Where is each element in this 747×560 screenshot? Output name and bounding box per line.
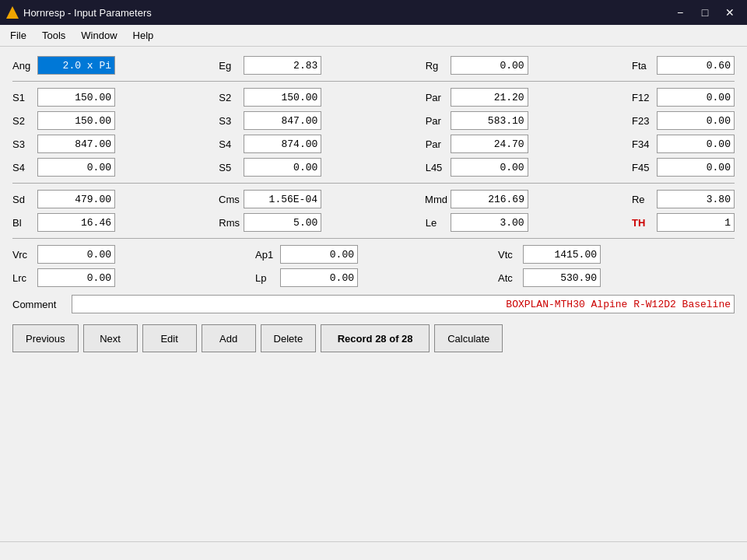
input-s2[interactable] xyxy=(37,111,115,130)
field-ap1: Ap1 xyxy=(255,245,358,264)
input-vrc[interactable] xyxy=(37,245,115,264)
input-par2[interactable] xyxy=(451,111,528,130)
field-vrc: Vrc xyxy=(12,245,115,264)
input-atc[interactable] xyxy=(523,268,601,287)
field-mmd: Mmd xyxy=(425,190,528,208)
input-f23[interactable] xyxy=(657,111,735,130)
input-rms[interactable] xyxy=(244,213,321,232)
field-ang: Ang xyxy=(12,56,115,75)
field-f12: F12 xyxy=(632,88,735,107)
field-s2: S2 xyxy=(12,111,115,130)
menu-tools[interactable]: Tools xyxy=(35,26,72,44)
label-rg: Rg xyxy=(426,60,447,72)
field-s1: S1 xyxy=(12,88,115,107)
label-mmd: Mmd xyxy=(425,194,447,205)
divider-2 xyxy=(12,183,735,184)
input-ang[interactable] xyxy=(37,56,115,75)
field-f34: F34 xyxy=(632,135,735,153)
label-s3-r2: S3 xyxy=(219,115,240,127)
menu-window[interactable]: Window xyxy=(74,26,124,44)
field-par3: Par xyxy=(426,135,528,153)
label-ang: Ang xyxy=(12,60,34,72)
add-button[interactable]: Add xyxy=(202,324,256,352)
window-controls: − □ ✕ xyxy=(669,3,741,22)
label-s3: S3 xyxy=(12,138,34,150)
field-fta: Fta xyxy=(632,56,735,75)
input-s4-r3[interactable] xyxy=(244,135,321,153)
input-vtc[interactable] xyxy=(523,245,601,264)
field-s3: S3 xyxy=(12,135,115,153)
input-le[interactable] xyxy=(451,213,528,232)
label-lrc: Lrc xyxy=(12,272,34,284)
input-th[interactable] xyxy=(657,213,735,232)
input-re[interactable] xyxy=(657,190,735,208)
label-s1: S1 xyxy=(12,92,34,103)
input-s4[interactable] xyxy=(37,158,115,177)
field-f23: F23 xyxy=(632,111,735,130)
input-cms[interactable] xyxy=(244,190,321,208)
close-button[interactable]: ✕ xyxy=(719,3,741,22)
label-f45: F45 xyxy=(632,162,654,173)
label-th: TH xyxy=(632,217,654,229)
button-row: Previous Next Edit Add Delete Record 28 … xyxy=(12,324,735,352)
input-fta[interactable] xyxy=(657,56,735,75)
comment-row: Comment xyxy=(12,295,735,313)
row-s4: S4 S5 L45 F45 xyxy=(12,158,735,177)
label-s4-r3: S4 xyxy=(219,138,240,150)
window-title: Hornresp - Input Parameters xyxy=(23,7,152,19)
minimize-button[interactable]: − xyxy=(669,3,691,22)
previous-button[interactable]: Previous xyxy=(12,324,79,352)
label-sd: Sd xyxy=(12,194,34,205)
input-comment[interactable] xyxy=(72,295,735,313)
input-mmd[interactable] xyxy=(451,190,528,208)
input-sd[interactable] xyxy=(37,190,115,208)
input-eg[interactable] xyxy=(244,56,321,75)
row-bl: Bl Rms Le TH xyxy=(12,213,735,232)
field-f45: F45 xyxy=(632,158,735,177)
field-cms: Cms xyxy=(219,190,321,208)
input-s3-r2[interactable] xyxy=(244,111,321,130)
label-re: Re xyxy=(632,194,654,205)
field-atc: Atc xyxy=(498,268,601,287)
field-par1: Par xyxy=(426,88,528,107)
input-rg[interactable] xyxy=(451,56,528,75)
delete-button[interactable]: Delete xyxy=(261,324,317,352)
input-f34[interactable] xyxy=(657,135,735,153)
menu-file[interactable]: File xyxy=(3,26,33,44)
maximize-button[interactable]: □ xyxy=(694,3,716,22)
label-s2-r1: S2 xyxy=(219,92,240,103)
input-f45[interactable] xyxy=(657,158,735,177)
input-s1[interactable] xyxy=(37,88,115,107)
field-par2: Par xyxy=(426,111,528,130)
input-f12[interactable] xyxy=(657,88,735,107)
next-button[interactable]: Next xyxy=(83,324,138,352)
label-fta: Fta xyxy=(632,60,654,72)
record-button[interactable]: Record 28 of 28 xyxy=(321,324,430,352)
field-lp: Lp xyxy=(255,268,358,287)
input-lrc[interactable] xyxy=(37,268,115,287)
row-s2: S2 S3 Par F23 xyxy=(12,111,735,130)
calculate-button[interactable]: Calculate xyxy=(434,324,503,352)
field-l45: L45 xyxy=(426,158,528,177)
input-par1[interactable] xyxy=(451,88,528,107)
status-bar xyxy=(0,541,747,560)
input-bl[interactable] xyxy=(37,213,115,232)
input-s2-r1[interactable] xyxy=(244,88,321,107)
field-lrc: Lrc xyxy=(12,268,115,287)
input-ap1[interactable] xyxy=(280,245,358,264)
divider-3 xyxy=(12,238,735,239)
field-s2-r1: S2 xyxy=(219,88,321,107)
label-vtc: Vtc xyxy=(498,249,520,261)
menu-help[interactable]: Help xyxy=(126,26,161,44)
edit-button[interactable]: Edit xyxy=(142,324,197,352)
input-par3[interactable] xyxy=(451,135,528,153)
input-l45[interactable] xyxy=(451,158,528,177)
input-s3[interactable] xyxy=(37,135,115,153)
field-s4-r3: S4 xyxy=(219,135,321,153)
input-lp[interactable] xyxy=(280,268,358,287)
row-s3: S3 S4 Par F34 xyxy=(12,135,735,153)
row-vrc: Vrc Ap1 Vtc xyxy=(12,245,735,264)
input-s5[interactable] xyxy=(244,158,321,177)
field-eg: Eg xyxy=(219,56,321,75)
row-lrc: Lrc Lp Atc xyxy=(12,268,735,287)
